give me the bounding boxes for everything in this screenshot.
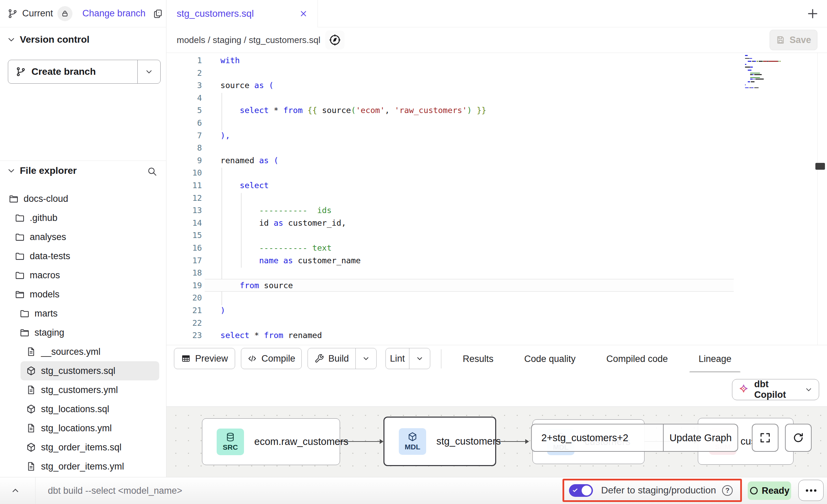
code-text: with [220, 54, 240, 67]
code-line[interactable]: 15 [166, 229, 827, 242]
fullscreen-icon [759, 432, 771, 444]
code-line[interactable]: 16 ---------- text [166, 242, 827, 254]
lineage-node-source[interactable]: SRC ecom.raw_customers [202, 418, 340, 465]
save-button[interactable]: Save [770, 30, 817, 50]
file-item[interactable]: models [0, 285, 166, 304]
tab-title: stg_customers.sql [177, 8, 254, 19]
new-tab-button[interactable] [806, 8, 819, 20]
line-number: 4 [166, 92, 202, 104]
version-control-section[interactable]: Version control [7, 34, 90, 45]
lint-dropdown[interactable] [409, 348, 430, 369]
defer-toggle[interactable] [569, 484, 593, 497]
help-icon[interactable]: ? [722, 485, 733, 496]
file-item[interactable]: stg_customers.sql [21, 361, 159, 380]
create-branch-button[interactable]: Create branch [8, 60, 137, 83]
minimap-line [754, 61, 756, 62]
expand-command-panel-button[interactable] [5, 483, 26, 499]
code-line[interactable]: 12 [166, 192, 827, 205]
file-item[interactable]: stg_locations.sql [0, 400, 166, 419]
file-item[interactable]: staging [0, 323, 166, 342]
code-line[interactable]: 23select * from renamed [166, 329, 827, 342]
refresh-button[interactable] [785, 424, 812, 452]
code-line[interactable]: 13 ---------- ids [166, 204, 827, 217]
file-item[interactable]: stg_customers.yml [0, 380, 166, 400]
scrollbar[interactable] [815, 163, 825, 170]
code-line[interactable]: 1with [166, 54, 827, 67]
line-number: 6 [166, 117, 202, 129]
code-line[interactable]: 17 name as customer_name [166, 254, 827, 267]
file-item[interactable]: macros [0, 266, 166, 285]
build-dropdown[interactable] [356, 348, 376, 369]
code-line[interactable]: 21) [166, 304, 827, 317]
file-item[interactable]: stg_locations.yml [0, 419, 166, 438]
code-line[interactable]: 9renamed as ( [166, 154, 827, 167]
file-item[interactable]: marts [0, 304, 166, 323]
command-input[interactable]: dbt build --select <model_name> [48, 477, 182, 504]
file-item[interactable]: .github [0, 208, 166, 227]
lineage-canvas[interactable]: SRC ecom.raw_customers MDL stg_customers… [166, 406, 827, 477]
code-line[interactable]: 24 [166, 342, 827, 345]
update-graph-button[interactable]: Update Graph [664, 424, 737, 451]
line-number: 19 [166, 279, 202, 292]
tab-compiled-code[interactable]: Compiled code [597, 345, 677, 373]
lock-icon [61, 10, 69, 18]
code-text: ) [220, 304, 225, 317]
minimap-line [750, 77, 760, 78]
more-options-button[interactable] [798, 480, 824, 501]
code-editor[interactable]: 1with23source as (45 select * from {{ so… [166, 53, 827, 345]
file-item[interactable]: data-tests [0, 247, 166, 266]
code-line[interactable]: 18 [166, 267, 827, 279]
tab-code-quality[interactable]: Code quality [515, 345, 585, 373]
file-item[interactable]: docs-cloud [0, 189, 166, 208]
build-button[interactable]: Build [308, 348, 355, 369]
check-icon [572, 487, 578, 493]
code-line[interactable]: 20 [166, 292, 827, 304]
status-badge: Ready [748, 481, 791, 500]
chevron-down-icon [145, 68, 153, 76]
code-line[interactable]: 7), [166, 129, 827, 142]
code-line[interactable]: 14 id as customer_id, [166, 217, 827, 229]
build-split-button: Build [308, 348, 377, 369]
line-number: 23 [166, 329, 202, 342]
code-line[interactable]: 10 [166, 167, 827, 179]
minimap[interactable] [744, 55, 789, 93]
file-item[interactable]: stg_order_items.yml [0, 457, 166, 476]
tab-lineage[interactable]: Lineage [689, 345, 741, 373]
lineage-selector-input[interactable]: 2+stg_customers+2 [532, 424, 663, 451]
code-line[interactable]: 2 [166, 67, 827, 80]
file-icon [26, 385, 36, 395]
copy-branch-button[interactable] [153, 9, 163, 19]
fullscreen-button[interactable] [752, 424, 778, 452]
compile-button[interactable]: Compile [241, 348, 302, 369]
code-line[interactable]: 3source as ( [166, 79, 827, 92]
code-line[interactable]: 4 [166, 92, 827, 104]
ide-status-button[interactable] [325, 30, 344, 50]
code-line[interactable]: 19 from source [166, 279, 827, 292]
search-icon[interactable] [147, 166, 157, 177]
code-line[interactable]: 11 select [166, 179, 827, 192]
copy-icon [153, 9, 163, 19]
code-line[interactable]: 5 select * from {{ source('ecom', 'raw_c… [166, 104, 827, 117]
folder-icon [15, 251, 25, 261]
lint-split-button: Lint [385, 348, 430, 369]
lint-button[interactable]: Lint [386, 348, 409, 369]
file-item[interactable]: stg_order_items.sql [0, 438, 166, 457]
code-line[interactable]: 8 [166, 142, 827, 154]
file-item[interactable]: analyses [0, 227, 166, 247]
node-label: stg_customers [436, 436, 501, 447]
create-branch-dropdown[interactable] [138, 60, 160, 83]
file-explorer-section[interactable]: File explorer [7, 165, 77, 176]
minimap-line [751, 81, 755, 82]
tab-stg-customers-sql[interactable]: stg_customers.sql [166, 0, 318, 27]
close-icon[interactable] [299, 9, 308, 18]
lineage-node-stg-customers[interactable]: MDL stg_customers [383, 417, 496, 466]
dbt-copilot-button[interactable]: dbt Copilot [732, 379, 819, 400]
preview-button[interactable]: Preview [174, 348, 235, 369]
code-line[interactable]: 6 [166, 117, 827, 129]
code-line[interactable]: 22 [166, 317, 827, 330]
change-branch-link[interactable]: Change branch [82, 8, 146, 19]
tab-results[interactable]: Results [453, 345, 503, 373]
minimap-line [778, 61, 779, 62]
file-item-label: stg_customers.sql [41, 366, 116, 376]
file-item[interactable]: __sources.yml [0, 342, 166, 361]
